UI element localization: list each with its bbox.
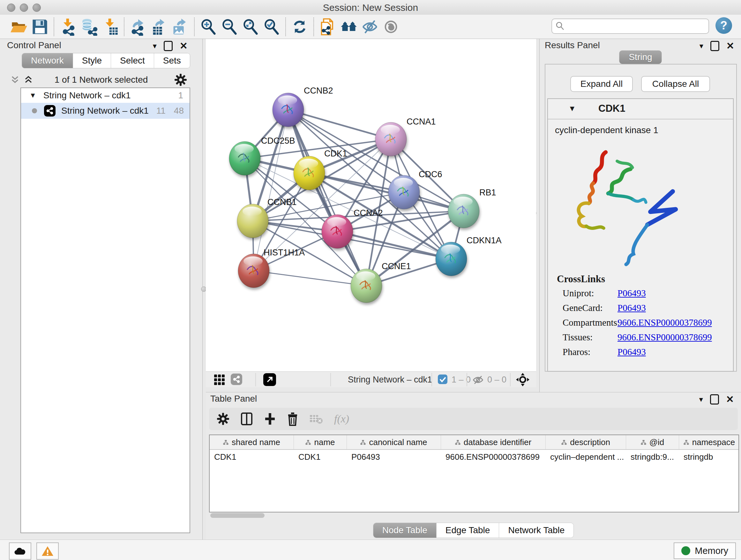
zoom-selected-icon[interactable] bbox=[261, 17, 282, 37]
zoom-out-icon[interactable] bbox=[219, 17, 240, 37]
tab-edge-table[interactable]: Edge Table bbox=[436, 523, 499, 538]
control-panel-menu-icon[interactable]: ▾ bbox=[153, 42, 157, 50]
selected-checkbox-icon[interactable] bbox=[438, 374, 448, 384]
network-node-ccnb2[interactable] bbox=[273, 93, 304, 127]
table-cell[interactable]: CDK1 bbox=[294, 450, 347, 464]
results-panel-float-icon[interactable] bbox=[711, 41, 719, 51]
network-node-ccna2[interactable] bbox=[322, 214, 353, 248]
results-panel-menu-icon[interactable]: ▾ bbox=[699, 42, 703, 50]
results-panel-title: Results Panel bbox=[545, 40, 600, 51]
fit-selected-crosshair-icon[interactable] bbox=[516, 373, 529, 386]
network-options-gear-icon[interactable] bbox=[174, 73, 187, 86]
export-network-icon[interactable] bbox=[128, 17, 149, 37]
tab-sets[interactable]: Sets bbox=[154, 53, 190, 68]
import-database-icon[interactable] bbox=[78, 17, 99, 37]
tab-network-table[interactable]: Network Table bbox=[499, 523, 574, 538]
open-session-icon[interactable] bbox=[8, 17, 29, 37]
edge-count: 48 bbox=[174, 106, 184, 116]
duplicate-network-icon[interactable] bbox=[317, 17, 338, 37]
column-header-description[interactable]: description bbox=[546, 435, 626, 449]
control-panel-float-icon[interactable] bbox=[164, 41, 173, 51]
help-icon[interactable]: ? bbox=[716, 17, 732, 34]
node-label-cdc6: CDC6 bbox=[419, 170, 442, 179]
hide-unselected-icon[interactable] bbox=[359, 17, 381, 37]
network-node-rb1[interactable] bbox=[448, 194, 479, 228]
string-home-icon[interactable] bbox=[338, 17, 359, 37]
table-panel-menu-icon[interactable]: ▾ bbox=[699, 395, 703, 403]
column-header-database-identifier[interactable]: database identifier bbox=[441, 435, 546, 449]
node-label-rb1: RB1 bbox=[479, 188, 496, 197]
crosslink-link[interactable]: P06493 bbox=[617, 288, 646, 303]
collapse-all-button[interactable]: Collapse All bbox=[641, 76, 710, 92]
column-header-namespace[interactable]: namespace bbox=[679, 435, 739, 449]
column-header-id[interactable]: @id bbox=[626, 435, 679, 449]
table-cell[interactable]: stringdb:9... bbox=[626, 450, 679, 464]
network-node-cdk1[interactable] bbox=[293, 156, 325, 190]
zoom-fit-icon[interactable] bbox=[240, 17, 261, 37]
collection-name: String Network – cdk1 bbox=[44, 90, 131, 101]
open-in-window-icon[interactable] bbox=[263, 373, 276, 386]
cloud-button[interactable] bbox=[9, 543, 31, 560]
column-header-shared-name[interactable]: shared name bbox=[210, 435, 294, 449]
search-input[interactable] bbox=[568, 21, 709, 32]
crosslink-link[interactable]: 9606.ENSP00000378699 bbox=[617, 332, 712, 347]
crosslink-row: GeneCard:P06493 bbox=[562, 303, 729, 317]
network-node-cdkn1a[interactable] bbox=[435, 242, 467, 276]
table-panel-close-icon[interactable]: ✕ bbox=[726, 395, 734, 404]
save-session-icon[interactable] bbox=[29, 17, 51, 37]
results-panel: Results Panel ▾ ✕ String Expand All Coll… bbox=[539, 39, 741, 392]
table-panel-float-icon[interactable] bbox=[710, 394, 719, 405]
results-panel-close-icon[interactable]: ✕ bbox=[726, 41, 734, 51]
column-header-name[interactable]: name bbox=[294, 435, 347, 449]
table-cell[interactable]: P06493 bbox=[347, 450, 441, 464]
crosslink-label: Tissues: bbox=[562, 332, 617, 347]
network-node-cdc25b[interactable] bbox=[229, 141, 260, 175]
collection-count: 1 bbox=[178, 90, 183, 101]
tab-string[interactable]: String bbox=[619, 51, 662, 64]
table-cell[interactable]: cyclin–dependent ... bbox=[546, 450, 626, 464]
birds-eye-grid-icon[interactable] bbox=[213, 374, 225, 385]
crosslink-link[interactable]: 9606.ENSP00000378699 bbox=[617, 317, 712, 332]
entry-header[interactable]: ▼ CDK1 bbox=[548, 99, 733, 119]
network-node-ccnb1[interactable] bbox=[237, 204, 268, 238]
export-image-icon[interactable] bbox=[170, 17, 191, 37]
network-type-icon[interactable] bbox=[231, 374, 242, 385]
create-column-plus-icon[interactable] bbox=[264, 412, 276, 426]
control-panel-close-icon[interactable]: ✕ bbox=[180, 41, 188, 51]
import-network-icon[interactable] bbox=[57, 17, 78, 37]
crosslink-link[interactable]: P06493 bbox=[617, 347, 646, 361]
import-table-icon[interactable] bbox=[99, 17, 121, 37]
table-horizontal-scrollbar[interactable] bbox=[210, 513, 265, 518]
network-node-hist1h1a[interactable] bbox=[238, 254, 269, 288]
network-collection-row[interactable]: ▼ String Network – cdk1 1 bbox=[21, 88, 190, 103]
tab-node-table[interactable]: Node Table bbox=[374, 523, 436, 538]
table-options-gear-icon[interactable] bbox=[217, 413, 229, 425]
expand-all-button[interactable]: Expand All bbox=[570, 76, 633, 92]
tab-select[interactable]: Select bbox=[111, 53, 154, 68]
tree-expand-icon[interactable]: ▼ bbox=[29, 91, 37, 100]
show-all-icon[interactable] bbox=[381, 17, 401, 37]
tab-style[interactable]: Style bbox=[73, 53, 111, 68]
search-icon bbox=[555, 21, 565, 32]
entry-collapse-icon[interactable]: ▼ bbox=[568, 104, 576, 113]
table-cell[interactable]: 9606.ENSP00000378699 bbox=[441, 450, 546, 464]
tab-network[interactable]: Network bbox=[22, 53, 73, 68]
network-list-header: 1 of 1 Network selected bbox=[0, 72, 202, 87]
network-canvas[interactable]: CCNB2CCNA1CDC25BCDK1CDC6RB1CCNB1CCNA2CDK… bbox=[206, 39, 536, 371]
refresh-layout-icon[interactable] bbox=[289, 17, 310, 37]
crosslink-link[interactable]: P06493 bbox=[617, 303, 646, 317]
network-node-ccne1[interactable] bbox=[351, 269, 382, 303]
zoom-in-icon[interactable] bbox=[198, 17, 219, 37]
memory-button[interactable]: Memory bbox=[674, 543, 736, 559]
network-row-selected[interactable]: String Network – cdk1 11 48 bbox=[21, 103, 190, 119]
table-cell[interactable]: CDK1 bbox=[210, 450, 294, 464]
warnings-button[interactable] bbox=[37, 543, 59, 560]
column-header-canonical-name[interactable]: canonical name bbox=[347, 435, 441, 449]
show-columns-icon[interactable] bbox=[240, 412, 253, 426]
network-node-cdc6[interactable] bbox=[388, 175, 420, 209]
node-result-entry: ▼ CDK1 cyclin-dependent kinase 1 bbox=[547, 98, 734, 372]
delete-column-trash-icon[interactable] bbox=[287, 412, 298, 426]
table-cell[interactable]: stringdb bbox=[679, 450, 739, 464]
network-node-ccna1[interactable] bbox=[375, 122, 407, 156]
export-table-icon[interactable] bbox=[149, 17, 170, 37]
